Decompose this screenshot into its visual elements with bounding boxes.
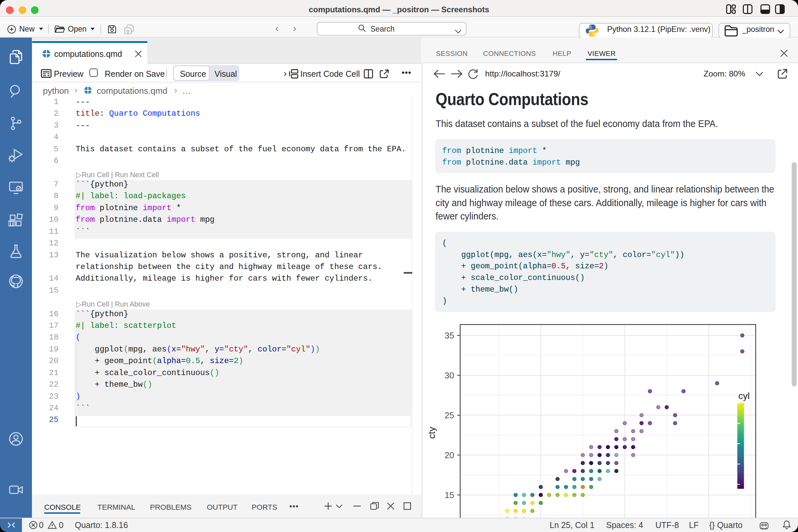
- svg-text:30: 30: [444, 370, 454, 380]
- svg-text:35: 35: [444, 330, 454, 341]
- svg-text:cyl: cyl: [739, 391, 750, 401]
- svg-text:25: 25: [444, 410, 454, 420]
- svg-text:cty: cty: [426, 427, 437, 439]
- svg-text:20: 20: [444, 450, 454, 460]
- svg-text:15: 15: [444, 490, 454, 500]
